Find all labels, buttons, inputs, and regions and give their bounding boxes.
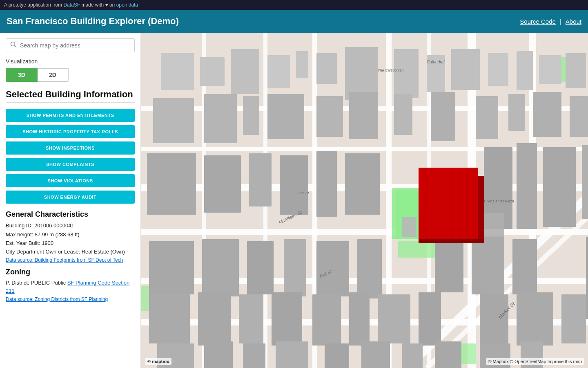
building-id: Building ID: 201006.0000041 (6, 222, 135, 229)
svg-rect-39 (566, 53, 586, 88)
datasf-link[interactable]: DataSF (63, 2, 80, 8)
zoning-data-source-link[interactable]: Data source: Zoning Districts from SF Pl… (6, 296, 135, 302)
show-complaints-button[interactable]: SHOW COMPLAINTS (6, 158, 135, 171)
svg-rect-75 (312, 294, 341, 346)
svg-rect-48 (476, 96, 498, 139)
map-attribution: © Mapbox © OpenStreetMap Improve this ma… (486, 358, 584, 365)
svg-rect-28 (267, 55, 290, 88)
viz-label: Visualization (6, 58, 135, 65)
svg-rect-51 (570, 96, 588, 137)
svg-rect-88 (402, 343, 423, 368)
svg-rect-41 (204, 94, 237, 143)
year-built: Est. Year Built: 1900 (6, 240, 135, 247)
svg-rect-78 (419, 292, 441, 346)
svg-rect-77 (378, 294, 410, 343)
app-title: San Francisco Building Explorer (Demo) (7, 16, 179, 27)
viz-2d-button[interactable]: 2D (38, 68, 69, 82)
show-inspections-button[interactable]: SHOW INSPECTIONS (6, 141, 135, 155)
svg-text:Cathedral: Cathedral (427, 60, 445, 64)
open-data-link[interactable]: open data (116, 2, 138, 8)
svg-rect-60 (543, 147, 576, 227)
banner-text: A prototye application from DataSF made … (4, 2, 138, 8)
svg-rect-63 (202, 239, 239, 296)
svg-rect-56 (316, 151, 337, 217)
general-char-title: General Characteristics (6, 210, 135, 219)
svg-rect-81 (561, 294, 586, 343)
svg-rect-64 (247, 241, 274, 294)
map-container[interactable]: McAllister St Fell St Market St Ash St C… (141, 33, 588, 368)
svg-rect-43 (267, 94, 304, 139)
building-data-source-link[interactable]: Data source: Building Footprints from SF… (6, 257, 135, 263)
svg-rect-105 (484, 213, 504, 237)
svg-rect-92 (586, 237, 588, 319)
svg-rect-104 (402, 217, 416, 237)
svg-rect-87 (361, 341, 390, 368)
svg-rect-95 (478, 176, 484, 239)
svg-rect-96 (419, 239, 484, 243)
source-code-link[interactable]: Source Code (520, 18, 556, 25)
svg-rect-37 (517, 51, 533, 90)
top-banner: A prototye application from DataSF made … (0, 0, 588, 10)
svg-rect-85 (276, 341, 308, 368)
svg-rect-42 (243, 96, 259, 135)
max-height: Max height: 87.99 m (288.68 ft) (6, 231, 135, 238)
svg-rect-54 (249, 153, 272, 206)
sidebar: Visualization 3D 2D Selected Building In… (0, 33, 141, 368)
svg-rect-59 (517, 143, 537, 229)
show-tax-rolls-button[interactable]: SHOW HISTORIC PROPERTY TAX ROLLS (6, 125, 135, 138)
search-icon (10, 41, 17, 49)
svg-rect-94 (419, 168, 478, 239)
svg-rect-67 (357, 239, 382, 298)
viz-3d-button[interactable]: 3D (6, 68, 38, 82)
svg-rect-29 (296, 51, 308, 78)
show-permits-button[interactable]: SHOW PERMITS AND ENTITLEMENTS (6, 109, 135, 122)
svg-rect-62 (149, 241, 194, 294)
svg-rect-50 (533, 92, 561, 137)
svg-rect-47 (431, 92, 455, 141)
svg-rect-40 (153, 98, 194, 143)
svg-rect-26 (200, 57, 225, 86)
svg-rect-33 (394, 49, 419, 98)
svg-rect-27 (231, 49, 259, 94)
about-link[interactable]: About (566, 18, 581, 25)
header-nav: Source Code | About (520, 18, 581, 25)
zoning-title: Zoning (6, 268, 135, 276)
svg-text:Civic Center Plaza: Civic Center Plaza (484, 199, 514, 203)
svg-rect-46 (394, 94, 412, 135)
svg-rect-68 (435, 239, 463, 292)
show-energy-audit-button[interactable]: SHOW ENERGY AUDIT (6, 191, 135, 204)
svg-rect-45 (349, 92, 378, 139)
zoning-description: P, District: PUBLIC Public SF Planning C… (6, 279, 135, 295)
svg-rect-79 (480, 294, 508, 343)
viz-toggle: 3D 2D (6, 68, 135, 82)
svg-rect-73 (239, 294, 263, 343)
svg-rect-57 (345, 153, 380, 215)
show-violations-button[interactable]: SHOW VIOLATIONS (6, 174, 135, 187)
nav-divider: | (560, 18, 561, 25)
svg-rect-30 (316, 53, 337, 84)
svg-text:The Caledonian: The Caledonian (378, 68, 404, 72)
search-container[interactable] (6, 38, 135, 52)
svg-rect-71 (149, 294, 190, 343)
search-input[interactable] (20, 42, 130, 49)
svg-line-1 (15, 46, 16, 47)
svg-rect-69 (472, 237, 504, 294)
svg-rect-25 (161, 53, 194, 90)
city-dept: City Department Own or Lease: Real Estat… (6, 248, 135, 256)
svg-rect-44 (316, 96, 343, 137)
svg-rect-55 (280, 155, 308, 215)
svg-rect-72 (198, 292, 231, 346)
map-canvas: McAllister St Fell St Market St Ash St C… (141, 33, 588, 368)
svg-rect-65 (284, 239, 306, 296)
svg-rect-74 (272, 292, 302, 346)
header: San Francisco Building Explorer (Demo) S… (0, 10, 588, 33)
svg-rect-83 (204, 341, 233, 368)
svg-rect-86 (325, 343, 349, 368)
svg-rect-36 (488, 53, 508, 86)
svg-rect-80 (517, 292, 553, 346)
svg-rect-4 (141, 229, 588, 235)
svg-rect-89 (435, 341, 461, 368)
svg-rect-52 (147, 153, 196, 215)
svg-rect-76 (349, 292, 370, 346)
svg-rect-84 (243, 343, 265, 368)
